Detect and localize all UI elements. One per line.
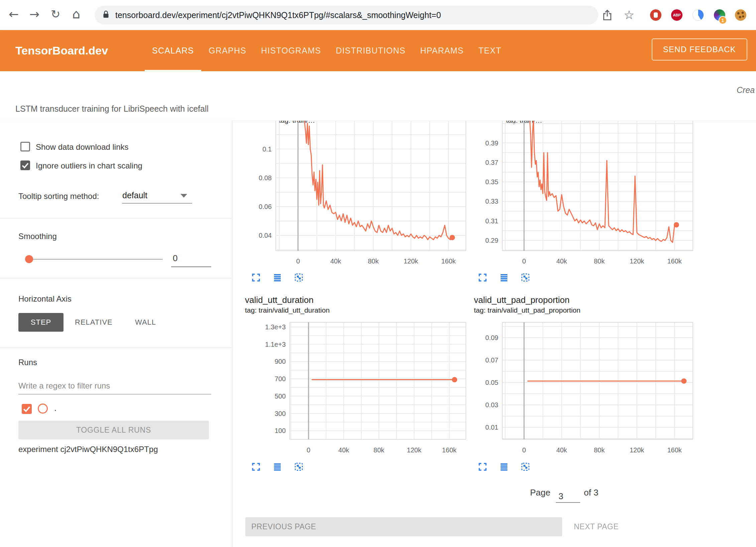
data-table-icon[interactable] [499, 272, 509, 283]
svg-text:80k: 80k [368, 257, 379, 265]
data-table-icon[interactable] [272, 462, 282, 472]
expand-icon[interactable] [478, 272, 488, 283]
svg-text:0.35: 0.35 [485, 178, 498, 186]
chart4-toolbar [478, 462, 530, 472]
toggle-all-runs-button[interactable]: TOGGLE ALL RUNS [18, 421, 209, 439]
chart-plot-valid-utt-duration[interactable]: 1003005007009001.1e+31.3e+3040k80k120k16… [245, 318, 472, 461]
svg-text:1.1e+3: 1.1e+3 [265, 341, 286, 348]
svg-text:0.01: 0.01 [485, 424, 498, 431]
page-label: Page [530, 487, 550, 498]
svg-text:80k: 80k [594, 446, 605, 454]
app-header: TensorBoard.dev SCALARS GRAPHS HISTOGRAM… [0, 30, 756, 71]
fit-domain-icon[interactable] [520, 462, 530, 472]
fit-domain-icon[interactable] [294, 272, 304, 283]
bookmark-star-icon[interactable]: ☆ [624, 8, 634, 22]
tensorboard-page: ← → ↻ ⌂ tensorboard.dev/experiment/cj2vt… [0, 0, 756, 547]
svg-text:100: 100 [275, 427, 286, 434]
sidebar-divider [0, 278, 232, 279]
svg-text:0.09: 0.09 [485, 334, 498, 341]
chart-plot-top-right[interactable]: 0.290.310.330.350.370.39040k80k120k160k [474, 121, 701, 269]
send-feedback-button[interactable]: SEND FEEDBACK [652, 38, 747, 61]
sidebar-divider [0, 218, 232, 219]
run-color-swatch [38, 404, 48, 414]
svg-text:40k: 40k [338, 446, 349, 454]
cookie-extension-icon[interactable] [735, 9, 746, 21]
run-name-label: . [54, 403, 56, 413]
runs-label: Runs [18, 358, 37, 367]
svg-text:0.39: 0.39 [485, 139, 498, 147]
settings-sidebar [0, 121, 232, 547]
axis-relative-button[interactable]: RELATIVE [72, 313, 116, 332]
tab-graphs[interactable]: GRAPHS [201, 30, 254, 71]
runs-filter-input[interactable]: Write a regex to filter runs [18, 381, 110, 391]
axis-wall-button[interactable]: WALL [132, 313, 159, 332]
abp-extension-icon[interactable]: ABP [671, 9, 682, 21]
chart1-toolbar [251, 272, 304, 283]
show-download-links-label: Show data download links [36, 142, 129, 152]
svg-text:160k: 160k [667, 446, 682, 454]
checkmark-icon [22, 404, 32, 414]
page-number-input[interactable]: 3 [556, 487, 580, 503]
brand-logo[interactable]: TensorBoard.dev [15, 44, 108, 57]
svg-text:0.31: 0.31 [485, 217, 498, 225]
svg-text:0: 0 [307, 446, 310, 454]
svg-text:0.04: 0.04 [259, 232, 272, 239]
chart-plot-top-left[interactable]: 0.040.060.080.1040k80k120k160k [247, 121, 475, 269]
svg-text:40k: 40k [330, 257, 341, 265]
next-page-button[interactable]: NEXT PAGE [574, 517, 619, 536]
expand-icon[interactable] [251, 272, 261, 283]
run-checkbox[interactable] [22, 404, 32, 414]
tab-distributions[interactable]: DISTRIBUTIONS [329, 30, 413, 71]
show-download-links-checkbox[interactable] [20, 142, 30, 151]
svg-text:0.07: 0.07 [485, 356, 498, 364]
smoothing-slider-track[interactable] [26, 259, 163, 260]
forward-icon[interactable]: → [29, 7, 39, 21]
fit-domain-icon[interactable] [294, 462, 304, 472]
tooltip-sorting-underline [122, 203, 192, 204]
previous-page-button[interactable]: PREVIOUS PAGE [245, 517, 562, 536]
url-text[interactable]: tensorboard.dev/experiment/cj2vtPiwQHKN9… [115, 10, 441, 20]
tooltip-sorting-select[interactable]: default [122, 191, 147, 200]
runs-filter-underline [18, 394, 211, 395]
smoothing-value-input[interactable]: 0 [173, 253, 177, 263]
page-total-label: of 3 [584, 487, 598, 498]
tab-histograms[interactable]: HISTOGRAMS [254, 30, 329, 71]
sidebar-divider [0, 347, 232, 348]
blue-extension-icon[interactable] [692, 9, 704, 21]
smoothing-slider-thumb[interactable] [25, 255, 33, 263]
adblock-extension-icon[interactable] [650, 9, 661, 21]
svg-text:500: 500 [275, 393, 286, 400]
tab-text[interactable]: TEXT [471, 30, 509, 71]
nav-tabs: SCALARS GRAPHS HISTOGRAMS DISTRIBUTIONS … [145, 30, 509, 71]
svg-text:900: 900 [275, 358, 286, 365]
profile-badge: 1 [719, 16, 727, 24]
svg-text:0.29: 0.29 [485, 237, 498, 244]
expand-icon[interactable] [478, 462, 488, 472]
address-bar[interactable]: tensorboard.dev/experiment/cj2vtPiwQHKN9… [95, 6, 598, 24]
svg-text:0.37: 0.37 [485, 159, 498, 166]
fit-domain-icon[interactable] [520, 272, 530, 283]
ignore-outliers-checkbox[interactable] [20, 160, 30, 170]
data-table-icon[interactable] [499, 462, 509, 472]
chart-plot-valid-utt-pad-proportion[interactable]: 0.010.030.050.070.09040k80k120k160k [474, 318, 701, 461]
tab-scalars[interactable]: SCALARS [145, 30, 201, 71]
svg-text:0: 0 [296, 257, 300, 265]
data-table-icon[interactable] [272, 272, 282, 283]
svg-text:700: 700 [275, 375, 286, 382]
chevron-down-icon[interactable] [180, 194, 187, 198]
lock-icon [102, 9, 110, 21]
smoothing-label: Smoothing [18, 232, 57, 241]
svg-text:0.05: 0.05 [485, 379, 498, 386]
share-icon[interactable] [602, 9, 613, 23]
back-icon[interactable]: ← [9, 7, 19, 21]
home-icon[interactable]: ⌂ [72, 7, 80, 21]
svg-text:0.03: 0.03 [485, 401, 498, 409]
created-label-truncated: Crea [737, 85, 755, 95]
svg-text:0: 0 [522, 446, 526, 454]
axis-step-button[interactable]: STEP [18, 313, 64, 332]
expand-icon[interactable] [251, 462, 261, 472]
tooltip-sorting-label: Tooltip sorting method: [18, 192, 99, 201]
reload-icon[interactable]: ↻ [51, 7, 60, 21]
tab-hparams[interactable]: HPARAMS [413, 30, 471, 71]
browser-toolbar: ← → ↻ ⌂ tensorboard.dev/experiment/cj2vt… [0, 0, 756, 30]
